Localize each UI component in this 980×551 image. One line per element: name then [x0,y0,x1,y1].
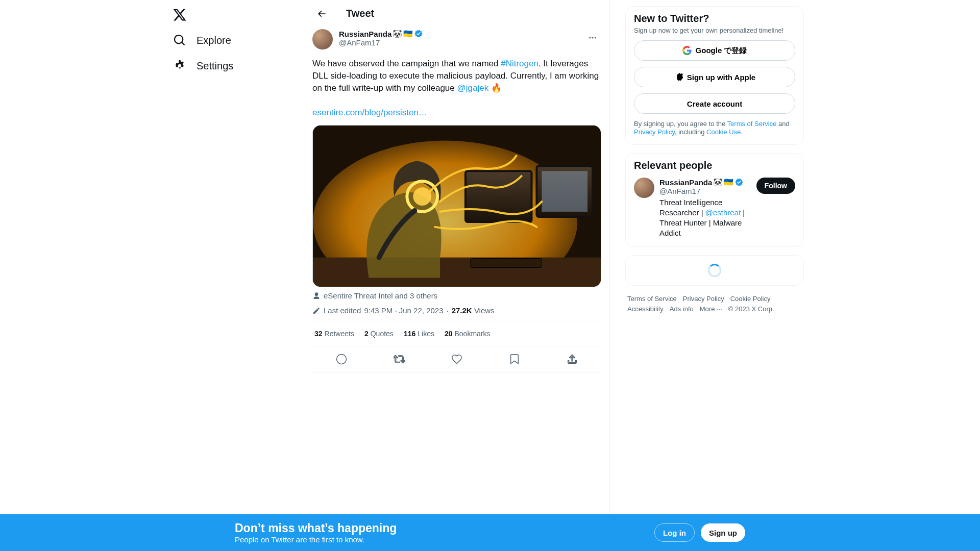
apple-icon [674,72,683,82]
signup-banner: Don’t miss what’s happening People on Tw… [0,514,980,551]
verified-icon [734,178,744,187]
relevant-name[interactable]: RussianPanda [659,178,712,187]
primary-nav: Explore Settings [163,0,304,551]
bookmark-button[interactable] [505,349,524,369]
svg-point-1 [592,37,594,39]
privacy-link[interactable]: Privacy Policy [634,128,675,136]
signup-title: New to Twitter? [634,13,795,24]
follow-button[interactable]: Follow [756,178,795,194]
nav-settings[interactable]: Settings [167,53,248,79]
cookie-link[interactable]: Cookie Use. [706,128,743,136]
tweet: RussianPanda 🐼 🇺🇦 @AnFam17 We have obser… [304,27,609,372]
tagged-people[interactable]: eSentire Threat Intel and 3 others [312,291,601,300]
banner-title: Don’t miss what’s happening [235,521,397,535]
svg-rect-6 [465,171,532,222]
back-button[interactable] [312,5,331,23]
sidebar: New to Twitter? Sign up now to get your … [625,0,804,551]
footer-ads[interactable]: Ads info [670,304,694,314]
flag-emoji: 🇺🇦 [724,178,733,187]
footer-links: Terms of Service Privacy Policy Cookie P… [625,294,804,314]
relevant-bio: Threat Intelligence Researcher | @esthre… [659,197,751,238]
footer-accessibility[interactable]: Accessibility [627,304,664,314]
reply-button[interactable] [332,349,351,369]
heart-icon [451,354,462,365]
media-illustration [313,126,601,287]
tweet-text: We have observed the campaign that we na… [312,58,601,119]
svg-rect-5 [313,258,601,287]
signup-card: New to Twitter? Sign up now to get your … [625,6,804,145]
stat-bookmarks[interactable]: 20Bookmarks [445,330,491,338]
more-icon [588,33,597,42]
tweet-image[interactable] [312,125,601,287]
tos-link[interactable]: Terms of Service [727,120,777,128]
person-icon [312,292,321,300]
share-button[interactable] [562,349,582,369]
apple-signup-label: Sign up with Apple [687,73,755,82]
nav-settings-label: Settings [197,60,233,72]
google-signup-button[interactable]: Google で登録 [634,40,795,61]
apple-signup-button[interactable]: Sign up with Apple [634,67,795,87]
relevant-handle[interactable]: @AnFam17 [659,187,751,195]
like-button[interactable] [447,349,467,369]
footer-tos[interactable]: Terms of Service [627,294,677,304]
panda-emoji: 🐼 [393,29,402,38]
stat-quotes[interactable]: 2Quotes [364,330,394,338]
create-account-button[interactable]: Create account [634,93,795,114]
mention-link[interactable]: @jgajek [457,83,488,93]
arrow-left-icon [316,9,327,19]
author-avatar[interactable] [312,29,333,49]
create-account-label: Create account [687,99,742,108]
relevant-avatar[interactable] [634,178,654,198]
main-column: Tweet RussianPanda 🐼 🇺🇦 @AnFam17 [304,0,610,551]
external-link[interactable]: esentire.com/blog/persisten… [312,108,427,117]
x-logo[interactable] [167,2,192,28]
nav-explore[interactable]: Explore [167,28,246,53]
signup-sub: Sign up now to get your own personalized… [634,27,795,34]
edit-icon [312,307,321,315]
retweet-button[interactable] [389,349,409,369]
author-name[interactable]: RussianPanda [339,30,391,38]
reply-icon [336,354,347,365]
signup-tos: By signing up, you agree to the Terms of… [634,120,795,136]
flag-emoji: 🇺🇦 [403,29,413,38]
relevant-title: Relevant people [634,160,795,171]
author-handle[interactable]: @AnFam17 [339,38,584,47]
footer-copyright: © 2023 X Corp. [728,304,774,314]
nav-explore-label: Explore [197,35,231,46]
relevant-people-card: Relevant people RussianPanda 🐼 🇺🇦 @AnFam… [625,153,804,247]
svg-point-0 [589,37,591,39]
bookmark-icon [509,354,520,365]
page-title: Tweet [346,8,374,19]
stat-retweets[interactable]: 32Retweets [314,330,354,338]
meta-views[interactable]: 27.2K Views [452,306,495,315]
meta-prefix: Last edited [324,306,361,315]
signup-button[interactable]: Sign up [701,523,745,542]
footer-more[interactable]: More ··· [700,304,722,314]
retweet-icon [394,354,405,365]
more-button[interactable] [584,29,601,46]
login-button[interactable]: Log in [654,523,695,542]
gear-icon [173,59,186,72]
spinner-icon [708,264,721,277]
verified-icon [414,29,423,38]
hashtag-link[interactable]: #Nitrogen [501,59,538,68]
google-signup-label: Google で登録 [696,46,747,56]
meta-time[interactable]: 9:43 PM · Jun 22, 2023 [364,306,443,315]
tagged-text: eSentire Threat Intel and 3 others [324,291,437,300]
svg-rect-8 [542,171,587,212]
page-header: Tweet [304,0,609,27]
svg-point-11 [413,187,431,206]
loading-card [625,255,804,286]
footer-cookie[interactable]: Cookie Policy [730,294,771,304]
footer-privacy[interactable]: Privacy Policy [683,294,724,304]
google-icon [682,46,692,55]
svg-point-2 [595,37,596,39]
share-icon [567,354,578,365]
banner-sub: People on Twitter are the first to know. [235,535,397,544]
tweet-stats: 32Retweets 2Quotes 116Likes 20Bookmarks [312,321,601,346]
tweet-actions [312,346,601,372]
panda-emoji: 🐼 [713,178,723,187]
bio-mention[interactable]: @esthreat [705,208,741,217]
fire-emoji: 🔥 [491,82,502,94]
stat-likes[interactable]: 116Likes [404,330,434,338]
